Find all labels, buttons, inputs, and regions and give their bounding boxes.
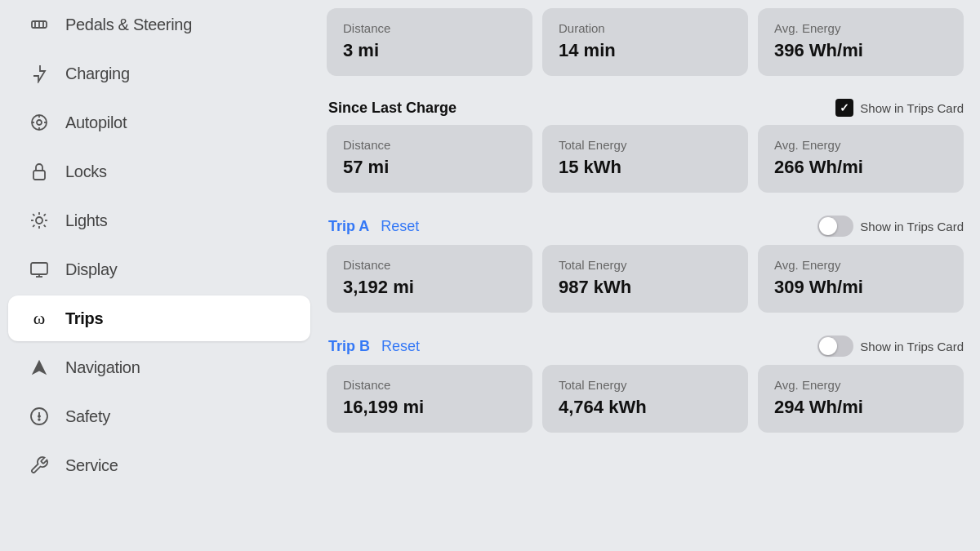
sidebar-item-pedals-steering[interactable]: Pedals & Steering (8, 2, 310, 47)
svg-point-5 (37, 120, 42, 125)
trip-a-header: Trip A Reset Show in Trips Card (328, 216, 964, 237)
trip-b-toggle-label: Show in Trips Card (860, 340, 964, 353)
svg-line-19 (44, 214, 46, 216)
sidebar-item-safety[interactable]: Safety (8, 393, 310, 439)
sidebar-item-label: Service (65, 456, 118, 475)
service-icon (28, 454, 51, 477)
stat-label-ta-total-energy: Total Energy (559, 258, 732, 272)
sidebar-item-label: Charging (65, 64, 130, 83)
stat-label-avg-energy: Avg. Energy (774, 21, 947, 35)
stat-value-distance: 3 mi (343, 40, 516, 61)
stat-label-tb-distance: Distance (343, 378, 516, 392)
stat-card-tb-distance: Distance 16,199 mi (327, 365, 532, 433)
stat-value-avg-energy: 396 Wh/mi (774, 40, 947, 61)
sidebar: Pedals & Steering Charging Autopilot (0, 0, 318, 551)
trip-b-toggle-switch[interactable] (817, 335, 853, 357)
autopilot-icon (28, 111, 51, 134)
since-last-charge-checkbox[interactable]: ✓ (835, 99, 853, 117)
stat-label-ta-distance: Distance (343, 258, 516, 272)
sidebar-item-label: Autopilot (65, 113, 127, 132)
navigation-icon (28, 356, 51, 379)
svg-line-15 (44, 225, 46, 227)
trip-a-toggle-label: Show in Trips Card (860, 220, 964, 233)
stat-value-tb-distance: 16,199 mi (343, 397, 516, 418)
main-content: Distance 3 mi Duration 14 min Avg. Energ… (318, 0, 980, 551)
stat-card-slc-distance: Distance 57 mi (327, 125, 532, 193)
sidebar-item-charging[interactable]: Charging (8, 51, 310, 96)
sidebar-item-label: Locks (65, 162, 107, 181)
stat-label-slc-avg-energy: Avg. Energy (774, 138, 947, 152)
sidebar-item-display[interactable]: Display (8, 247, 310, 292)
svg-marker-23 (32, 360, 47, 375)
stat-card-tb-avg-energy: Avg. Energy 294 Wh/mi (758, 365, 964, 433)
svg-point-11 (36, 217, 42, 224)
stat-card-avg-energy: Avg. Energy 396 Wh/mi (758, 8, 964, 76)
trip-b-toggle[interactable]: Show in Trips Card (817, 335, 964, 357)
stat-card-slc-avg-energy: Avg. Energy 266 Wh/mi (758, 125, 964, 193)
svg-rect-10 (33, 171, 45, 180)
svg-rect-20 (31, 263, 47, 274)
stat-value-duration: 14 min (559, 40, 732, 61)
sidebar-item-label: Pedals & Steering (65, 16, 192, 34)
since-last-charge-header: Since Last Charge ✓ Show in Trips Card (328, 99, 964, 117)
top-stats-row: Distance 3 mi Duration 14 min Avg. Energ… (327, 8, 964, 76)
locks-icon (28, 160, 51, 183)
trip-b-title-group: Trip B Reset (328, 338, 420, 355)
trip-a-title-group: Trip A Reset (328, 218, 419, 235)
stat-label-slc-distance: Distance (343, 138, 516, 152)
stat-value-ta-total-energy: 987 kWh (559, 277, 732, 298)
sidebar-item-service[interactable]: Service (8, 442, 310, 488)
stat-card-ta-distance: Distance 3,192 mi (327, 245, 532, 313)
trip-b-header: Trip B Reset Show in Trips Card (328, 335, 964, 357)
pedals-steering-icon (28, 13, 51, 36)
safety-icon (28, 405, 51, 428)
stat-value-ta-distance: 3,192 mi (343, 277, 516, 298)
stat-value-slc-avg-energy: 266 Wh/mi (774, 157, 947, 178)
lights-icon (28, 209, 51, 232)
stat-card-slc-total-energy: Total Energy 15 kWh (542, 125, 748, 193)
trip-b-stats-row: Distance 16,199 mi Total Energy 4,764 kW… (327, 365, 964, 433)
trip-a-title: Trip A (328, 218, 369, 235)
stat-card-duration: Duration 14 min (542, 8, 748, 76)
svg-line-14 (33, 214, 34, 216)
stat-label-distance: Distance (343, 21, 516, 35)
stat-label-duration: Duration (559, 21, 732, 35)
sidebar-item-navigation[interactable]: Navigation (8, 344, 310, 390)
stat-label-ta-avg-energy: Avg. Energy (774, 258, 947, 272)
trip-a-toggle[interactable]: Show in Trips Card (817, 216, 964, 237)
stat-label-slc-total-energy: Total Energy (559, 138, 732, 152)
trip-a-toggle-switch[interactable] (817, 216, 853, 237)
trip-b-reset-button[interactable]: Reset (381, 338, 420, 355)
trip-b-title: Trip B (328, 338, 370, 355)
charging-icon (28, 62, 51, 85)
stat-value-tb-total-energy: 4,764 kWh (559, 397, 732, 418)
trip-a-reset-button[interactable]: Reset (381, 218, 419, 235)
stat-card-ta-avg-energy: Avg. Energy 309 Wh/mi (758, 245, 964, 313)
since-last-charge-toggle[interactable]: ✓ Show in Trips Card (835, 99, 964, 117)
sidebar-item-locks[interactable]: Locks (8, 149, 310, 194)
stat-label-tb-total-energy: Total Energy (559, 378, 732, 392)
stat-card-tb-total-energy: Total Energy 4,764 kWh (542, 365, 748, 433)
trips-icon: ω (28, 307, 51, 330)
sidebar-item-autopilot[interactable]: Autopilot (8, 100, 310, 145)
stat-value-ta-avg-energy: 309 Wh/mi (774, 277, 947, 298)
sidebar-item-label: Trips (65, 309, 103, 328)
svg-line-18 (33, 225, 34, 227)
display-icon (28, 258, 51, 281)
stat-card-ta-total-energy: Total Energy 987 kWh (542, 245, 748, 313)
stat-value-slc-total-energy: 15 kWh (559, 157, 732, 178)
stat-value-slc-distance: 57 mi (343, 157, 516, 178)
since-last-charge-title: Since Last Charge (328, 100, 457, 117)
sidebar-item-label: Navigation (65, 358, 140, 377)
sidebar-item-label: Lights (65, 211, 108, 230)
since-last-charge-stats-row: Distance 57 mi Total Energy 15 kWh Avg. … (327, 125, 964, 193)
sidebar-item-label: Display (65, 260, 117, 279)
sidebar-item-trips[interactable]: ω Trips (8, 295, 310, 341)
trip-a-stats-row: Distance 3,192 mi Total Energy 987 kWh A… (327, 245, 964, 313)
svg-point-28 (38, 419, 40, 420)
sidebar-item-lights[interactable]: Lights (8, 198, 310, 243)
stat-card-distance: Distance 3 mi (327, 8, 532, 76)
stat-label-tb-avg-energy: Avg. Energy (774, 378, 947, 392)
sidebar-item-label: Safety (65, 407, 110, 426)
stat-value-tb-avg-energy: 294 Wh/mi (774, 397, 947, 418)
